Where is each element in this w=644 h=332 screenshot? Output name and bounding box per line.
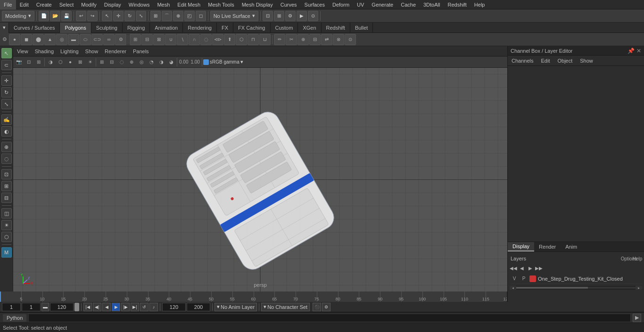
- vp-menu-view[interactable]: View: [15, 48, 30, 55]
- channel-box-close-btn[interactable]: ✕: [636, 48, 641, 54]
- layers-help-btn[interactable]: Help: [634, 255, 641, 262]
- vp-isolate-btn[interactable]: ◌: [117, 57, 126, 67]
- snap-curve-btn[interactable]: ⌒: [162, 11, 172, 21]
- shelf-bool-union[interactable]: ∪: [165, 34, 176, 45]
- layer-scroll-left-2[interactable]: ◀: [518, 264, 526, 272]
- menu-select[interactable]: Select: [56, 0, 78, 9]
- rotate-tool-btn[interactable]: ↻: [1, 87, 12, 97]
- soft-select-btn[interactable]: ◌: [1, 154, 12, 164]
- play-back-btn[interactable]: ◀: [102, 303, 111, 311]
- menu-display[interactable]: Display: [100, 0, 125, 9]
- live-surface-dropdown[interactable]: No Live Surface ▾: [210, 11, 258, 21]
- layer-scroll-thumb[interactable]: [516, 287, 588, 289]
- shelf-pipe[interactable]: ⊂⊃: [91, 34, 103, 45]
- sub-frame-input[interactable]: [22, 303, 41, 311]
- shelf-sphere[interactable]: ●: [9, 34, 20, 45]
- vp-menu-show[interactable]: Show: [83, 48, 100, 55]
- shelf-disk[interactable]: ⬭: [80, 34, 91, 45]
- grid-area[interactable]: persp X Y Z: [13, 68, 507, 292]
- paint-btn[interactable]: ✍: [1, 114, 12, 125]
- menu-surfaces[interactable]: Surfaces: [301, 0, 329, 9]
- tab-animation[interactable]: Animation: [150, 23, 183, 33]
- shelf-bevel[interactable]: ⬡: [236, 34, 247, 45]
- maya-logo-btn[interactable]: M: [1, 247, 12, 258]
- tab-curves-surfaces[interactable]: Curves / Surfaces: [9, 23, 60, 33]
- vp-ao-btn[interactable]: ◔: [147, 57, 156, 67]
- menu-uv[interactable]: UV: [353, 0, 368, 9]
- layers-options-btn[interactable]: Options: [625, 255, 633, 262]
- layer-color-0[interactable]: [529, 275, 536, 282]
- redo-btn[interactable]: ↪: [87, 11, 98, 21]
- layer-scroll-left-btn[interactable]: ◂: [510, 286, 516, 290]
- shelf-torus[interactable]: ◎: [56, 34, 67, 45]
- vp-light-btn[interactable]: ☀: [85, 57, 95, 67]
- tab-fx-caching[interactable]: FX Caching: [233, 23, 270, 33]
- layer-scroll-right-2[interactable]: ▶▶: [535, 264, 543, 272]
- scale-tool-btn[interactable]: ⤡: [1, 99, 12, 109]
- camera-btn[interactable]: ◫: [1, 208, 12, 219]
- range-indicator[interactable]: ▬: [41, 303, 49, 311]
- shelf-extract[interactable]: ⊠: [153, 34, 165, 45]
- playback-end-input[interactable]: [187, 303, 210, 311]
- vp-menu-shading[interactable]: Shading: [33, 48, 56, 55]
- render-settings-btn[interactable]: ⚙: [285, 11, 296, 21]
- move-btn[interactable]: ✛: [113, 11, 124, 21]
- move-tool-btn[interactable]: ✛: [1, 75, 12, 86]
- menu-deform[interactable]: Deform: [329, 0, 353, 9]
- python-run-btn[interactable]: ▶: [633, 314, 641, 322]
- skip-to-start-btn[interactable]: |◀: [83, 303, 92, 311]
- layer-pick-0[interactable]: P: [520, 275, 528, 283]
- vp-grid-btn[interactable]: ⊞: [97, 57, 107, 67]
- menu-mesh[interactable]: Mesh: [153, 0, 173, 9]
- menu-file[interactable]: File: [0, 0, 16, 9]
- shelf-gear[interactable]: ⚙: [115, 34, 126, 45]
- layer-scroll-right-1[interactable]: ▶: [527, 264, 534, 272]
- shelf-offset[interactable]: ⊟: [309, 34, 321, 45]
- vp-wireframe-btn[interactable]: ⬡: [56, 57, 65, 67]
- render-seq-btn[interactable]: ▶: [297, 11, 307, 21]
- vp-menu-renderer[interactable]: Renderer: [103, 48, 128, 55]
- layer-name-0[interactable]: One_Step_Drug_Testing_Kit_Closed: [538, 276, 641, 282]
- tab-bullet[interactable]: Bullet: [350, 23, 373, 33]
- python-input[interactable]: [28, 314, 631, 322]
- snap-point-btn[interactable]: ⊕: [173, 11, 183, 21]
- auto-key-btn[interactable]: ⚫: [313, 303, 321, 311]
- tab-custom[interactable]: Custom: [271, 23, 298, 33]
- vp-persp-btn[interactable]: ⊡: [24, 57, 33, 67]
- layer-scroll-left-1[interactable]: ◀◀: [510, 264, 517, 272]
- step-back-btn[interactable]: ◀|: [93, 303, 101, 311]
- colorspace-dropdown[interactable]: sRGB gamma ▾: [203, 59, 243, 65]
- tab-sculpting[interactable]: Sculpting: [91, 23, 123, 33]
- shelf-fill[interactable]: ⊔: [259, 34, 271, 45]
- char-set-dropdown[interactable]: ▾ No Character Set: [261, 303, 310, 311]
- show-manip-btn[interactable]: ⊡: [1, 169, 12, 179]
- vp-xray-btn[interactable]: ◑: [46, 57, 55, 67]
- cb-tab-object[interactable]: Object: [553, 57, 576, 65]
- cb-tab-edit[interactable]: Edit: [537, 57, 553, 65]
- mode-dropdown[interactable]: Modeling ▾: [2, 11, 34, 21]
- shelf-mirror[interactable]: ⊲⊳: [212, 34, 223, 45]
- pref-btn[interactable]: ⚙: [322, 303, 330, 311]
- render-btn[interactable]: ⊡: [263, 11, 273, 21]
- menu-mesh-tools[interactable]: Mesh Tools: [204, 0, 238, 9]
- tab-fx[interactable]: FX: [217, 23, 233, 33]
- python-tab[interactable]: Python: [3, 314, 26, 322]
- vp-camera-btn[interactable]: 📷: [14, 57, 24, 67]
- menu-edit-mesh[interactable]: Edit Mesh: [173, 0, 204, 9]
- sculpt-btn[interactable]: ◐: [1, 126, 12, 137]
- shelf-cone[interactable]: ▲: [44, 34, 56, 45]
- ch-tab-display[interactable]: Display: [508, 242, 534, 251]
- save-scene-btn[interactable]: 💾: [61, 11, 72, 21]
- shelf-cube[interactable]: ◼: [21, 34, 32, 45]
- shelf-bridge[interactable]: ⊓: [248, 34, 259, 45]
- plus-btn[interactable]: ⊞: [1, 181, 12, 191]
- menu-windows[interactable]: Windows: [125, 0, 154, 9]
- render-target-btn[interactable]: ⊙: [308, 11, 318, 21]
- vp-menu-panels[interactable]: Panels: [131, 48, 151, 55]
- anim-layer-dropdown[interactable]: ▾ No Anim Layer: [215, 303, 257, 311]
- menu-create[interactable]: Create: [33, 0, 56, 9]
- shelf-target-weld[interactable]: ⊗: [333, 34, 344, 45]
- channel-box-pin-btn[interactable]: 📌: [627, 48, 635, 54]
- shelf-insert-loop[interactable]: ⊕: [297, 34, 309, 45]
- mode-tab-dropdown[interactable]: ▾: [0, 23, 9, 33]
